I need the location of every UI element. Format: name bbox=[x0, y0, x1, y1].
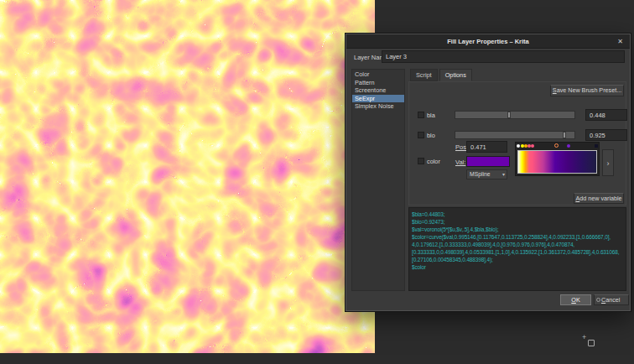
dialog-titlebar[interactable]: Fill Layer Properties – Krita ✕ bbox=[346, 34, 630, 49]
gradient-stop-marker[interactable] bbox=[567, 144, 570, 148]
gradient-chevron-right-button[interactable]: › bbox=[602, 149, 614, 176]
cancel-button[interactable]: Cancel bbox=[594, 294, 629, 305]
dialog-title: Fill Layer Properties – Krita bbox=[447, 38, 529, 45]
chevron-down-icon: ▾ bbox=[502, 170, 505, 179]
val-label: Val: bbox=[455, 159, 465, 166]
blo-checkbox[interactable] bbox=[418, 132, 424, 138]
blo-label: blo bbox=[427, 132, 435, 139]
script-line: [0.27106,0.00458345,0.488398],4); bbox=[412, 256, 626, 263]
color-label: color bbox=[427, 158, 440, 165]
cancel-icon bbox=[596, 298, 600, 302]
interpolation-combo[interactable]: MSpline ▾ bbox=[466, 169, 507, 179]
cancel-button-label: Cancel bbox=[601, 296, 620, 304]
tab-script[interactable]: Script bbox=[410, 69, 438, 81]
fill-layer-properties-dialog: Fill Layer Properties – Krita ✕ Layer Na… bbox=[346, 34, 631, 311]
parameter-row-blo: blo bbox=[409, 129, 626, 142]
list-item-simplex-noise[interactable]: Simplex Noise bbox=[352, 102, 404, 111]
gradient-stops-row bbox=[516, 143, 599, 149]
ok-button[interactable]: OK bbox=[560, 294, 591, 305]
script-line: $color bbox=[412, 263, 626, 271]
script-line: $val=voronoi(5*[$u,$v,.5],4,$bla,$blo); bbox=[412, 226, 626, 233]
script-line: [0.333333,0,0.498039],4,0.0533981,[1,1,0… bbox=[412, 248, 626, 256]
script-line: $color=curve($val,0.995146,[0.117647,0.1… bbox=[412, 233, 626, 241]
options-panel: Save New Brush Preset... bla blo bbox=[408, 81, 626, 205]
bla-slider[interactable] bbox=[455, 111, 575, 119]
add-new-variable-button[interactable]: Add new variable bbox=[574, 193, 624, 204]
gradient-stop-marker[interactable] bbox=[517, 144, 520, 148]
blo-slider[interactable] bbox=[455, 131, 575, 139]
blo-value-input[interactable] bbox=[585, 129, 627, 141]
blo-slider-handle[interactable] bbox=[563, 132, 566, 138]
crosshair-icon: + bbox=[582, 334, 586, 341]
crop-frame-icon bbox=[588, 340, 595, 346]
seexpr-script-editor[interactable]: $bla=0.44803; $blo=0.92473; $val=voronoi… bbox=[408, 207, 626, 291]
interpolation-value: MSpline bbox=[470, 171, 491, 177]
val-color-swatch[interactable] bbox=[466, 156, 510, 167]
script-line: $bla=0.44803; bbox=[412, 211, 626, 218]
script-line: 4,0.179612,[1,0.333333,0.498039],4,0,[0.… bbox=[412, 241, 626, 248]
close-icon[interactable]: ✕ bbox=[616, 37, 625, 46]
gradient-stop-marker[interactable] bbox=[595, 144, 598, 148]
list-item-color[interactable]: Color bbox=[352, 70, 404, 79]
tab-options[interactable]: Options bbox=[439, 69, 472, 81]
gradient-editor[interactable] bbox=[515, 142, 600, 176]
canvas-fill-layer-preview[interactable] bbox=[0, 0, 375, 353]
color-checkbox[interactable] bbox=[418, 158, 424, 164]
script-line: $blo=0.92473; bbox=[412, 218, 626, 226]
tab-bar: Script Options bbox=[408, 69, 472, 81]
crop-tool-cursor: + bbox=[582, 334, 599, 351]
layer-name-input[interactable] bbox=[382, 50, 625, 63]
gradient-stop-marker-selected[interactable] bbox=[554, 143, 559, 148]
list-item-screentone[interactable]: Screentone bbox=[352, 86, 404, 95]
bla-label: bla bbox=[427, 112, 435, 119]
krita-workspace: Fill Layer Properties – Krita ✕ Layer Na… bbox=[0, 0, 634, 364]
bla-value-input[interactable] bbox=[585, 109, 627, 121]
bla-slider-handle[interactable] bbox=[507, 112, 511, 118]
list-item-pattern[interactable]: Pattern bbox=[352, 79, 404, 87]
generator-list: Color Pattern Screentone SeExpr Simplex … bbox=[351, 69, 405, 291]
parameter-row-bla: bla bbox=[409, 109, 626, 122]
gradient-ramp[interactable] bbox=[517, 150, 597, 174]
pos-input[interactable] bbox=[466, 141, 507, 153]
gradient-stop-marker[interactable] bbox=[531, 144, 534, 148]
list-item-seexpr[interactable]: SeExpr bbox=[352, 95, 404, 103]
save-new-brush-preset-button[interactable]: Save New Brush Preset... bbox=[550, 85, 624, 96]
bla-checkbox[interactable] bbox=[418, 112, 424, 118]
